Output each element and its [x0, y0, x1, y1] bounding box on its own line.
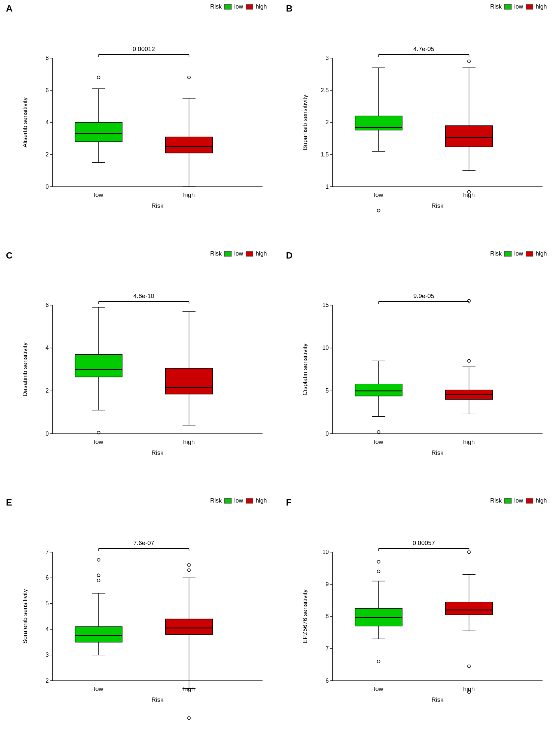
- svg-point-6: [97, 76, 100, 79]
- svg-text:high: high: [463, 685, 475, 692]
- svg-text:7: 7: [46, 549, 49, 555]
- chart-area-C: 0246Dasatinib sensitivitylowhighRisk4.8e…: [20, 263, 273, 481]
- panel-label-D: D: [286, 250, 293, 261]
- svg-point-189: [468, 665, 471, 668]
- svg-text:Risk: Risk: [151, 696, 164, 703]
- svg-rect-137: [75, 627, 122, 642]
- svg-rect-11: [165, 137, 212, 153]
- legend-F: Risk low high: [490, 497, 547, 504]
- svg-point-148: [187, 717, 190, 720]
- svg-text:Dasatinib sensitivity: Dasatinib sensitivity: [21, 342, 28, 397]
- legend-high-label: high: [256, 3, 267, 10]
- svg-rect-186: [445, 602, 492, 615]
- legend-high-label: high: [536, 250, 547, 257]
- svg-text:high: high: [463, 191, 475, 198]
- legend-low-box: [224, 251, 232, 257]
- svg-point-48: [468, 60, 471, 63]
- main-grid: A Risk low high 02468Alisertib sensitivi…: [0, 0, 560, 741]
- svg-rect-4: [75, 123, 122, 142]
- svg-point-40: [377, 209, 380, 212]
- svg-text:EPZ5676 sensitivity: EPZ5676 sensitivity: [301, 589, 308, 644]
- legend-low-label: low: [234, 250, 243, 257]
- chart-svg-B: 11.522.53Buparlisib sensitivitylowhighRi…: [300, 16, 553, 234]
- svg-text:4: 4: [46, 344, 49, 351]
- panel-B: B Risk low high 11.522.53Buparlisib sens…: [280, 0, 560, 247]
- svg-point-149: [187, 569, 190, 572]
- chart-svg-E: 234567Sorafenib sensitivitylowhighRisk7.…: [20, 511, 273, 728]
- svg-text:high: high: [183, 685, 195, 692]
- svg-text:10: 10: [322, 344, 329, 351]
- svg-text:2: 2: [46, 151, 49, 158]
- svg-text:8: 8: [325, 613, 329, 619]
- legend-low-label: low: [514, 497, 523, 504]
- svg-point-140: [97, 574, 100, 577]
- legend-B: Risk low high: [490, 3, 547, 10]
- svg-text:6: 6: [46, 87, 49, 93]
- panel-label-A: A: [6, 3, 12, 14]
- svg-text:high: high: [183, 191, 195, 198]
- svg-text:6: 6: [46, 302, 49, 308]
- svg-text:1: 1: [325, 184, 329, 190]
- svg-rect-45: [445, 126, 492, 147]
- svg-text:2: 2: [325, 119, 329, 126]
- svg-text:0: 0: [325, 430, 329, 437]
- svg-text:2: 2: [46, 677, 49, 684]
- legend-high-label: high: [256, 250, 267, 257]
- svg-text:2.5: 2.5: [321, 87, 329, 93]
- svg-point-179: [377, 660, 380, 663]
- legend-title: Risk: [490, 3, 502, 10]
- legend-low-box: [224, 4, 232, 10]
- chart-area-D: 051015Cisplatin sensitivitylowhighRisk9.…: [300, 263, 553, 481]
- legend-low-label: low: [234, 497, 243, 504]
- svg-point-141: [97, 558, 100, 561]
- legend-high-box: [246, 498, 253, 503]
- svg-point-150: [187, 563, 190, 566]
- legend-low-box: [504, 4, 512, 10]
- chart-area-E: 234567Sorafenib sensitivitylowhighRisk7.…: [20, 511, 273, 728]
- legend-title: Risk: [210, 497, 222, 504]
- svg-text:low: low: [374, 685, 383, 692]
- svg-text:high: high: [183, 439, 195, 445]
- panel-label-C: C: [6, 250, 12, 261]
- legend-high-box: [246, 4, 253, 10]
- legend-low-box: [224, 498, 232, 503]
- svg-text:6: 6: [325, 677, 329, 684]
- svg-text:3: 3: [46, 652, 49, 658]
- chart-svg-A: 02468Alisertib sensitivitylowhighRisk0.0…: [20, 16, 273, 234]
- legend-low-label: low: [514, 3, 523, 10]
- legend-D: Risk low high: [490, 250, 547, 257]
- legend-low-box: [504, 251, 512, 257]
- chart-svg-D: 051015Cisplatin sensitivitylowhighRisk9.…: [300, 263, 553, 481]
- svg-text:4.7e-05: 4.7e-05: [414, 46, 434, 52]
- svg-point-13: [187, 76, 190, 79]
- legend-low-label: low: [514, 250, 523, 257]
- legend-C: Risk low high: [210, 250, 267, 257]
- svg-text:5: 5: [46, 600, 49, 607]
- chart-area-A: 02468Alisertib sensitivitylowhighRisk0.0…: [20, 16, 273, 234]
- svg-text:7.6e-07: 7.6e-07: [133, 539, 154, 546]
- svg-text:2: 2: [46, 387, 49, 394]
- svg-text:4: 4: [46, 626, 49, 632]
- svg-rect-73: [75, 354, 122, 377]
- svg-text:10: 10: [322, 549, 329, 555]
- svg-text:5: 5: [325, 387, 329, 394]
- panel-C: C Risk low high 0246Dasatinib sensitivit…: [0, 247, 280, 494]
- svg-rect-80: [165, 368, 212, 394]
- legend-high-box: [526, 4, 533, 10]
- svg-text:Risk: Risk: [432, 696, 444, 703]
- legend-high-box: [526, 498, 533, 503]
- legend-high-box: [526, 251, 533, 257]
- legend-title: Risk: [210, 3, 222, 10]
- legend-title: Risk: [490, 250, 502, 257]
- legend-high-box: [246, 251, 253, 257]
- legend-low-label: low: [234, 3, 243, 10]
- svg-text:low: low: [94, 685, 104, 692]
- svg-text:Risk: Risk: [151, 449, 164, 456]
- svg-text:0.00057: 0.00057: [413, 539, 435, 546]
- svg-point-190: [468, 551, 471, 554]
- svg-text:0: 0: [46, 184, 49, 190]
- svg-text:Risk: Risk: [432, 449, 444, 456]
- panel-D: D Risk low high 051015Cisplatin sensitiv…: [280, 247, 560, 494]
- svg-text:low: low: [94, 439, 104, 445]
- panel-E: E Risk low high 234567Sorafenib sensitiv…: [0, 494, 280, 741]
